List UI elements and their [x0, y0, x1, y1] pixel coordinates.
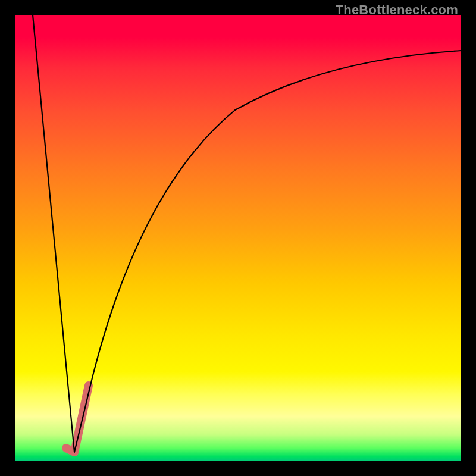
plot-area	[15, 15, 461, 461]
chart-frame: TheBottleneck.com	[0, 0, 476, 476]
background-gradient	[15, 15, 461, 461]
watermark-text: TheBottleneck.com	[336, 2, 458, 18]
